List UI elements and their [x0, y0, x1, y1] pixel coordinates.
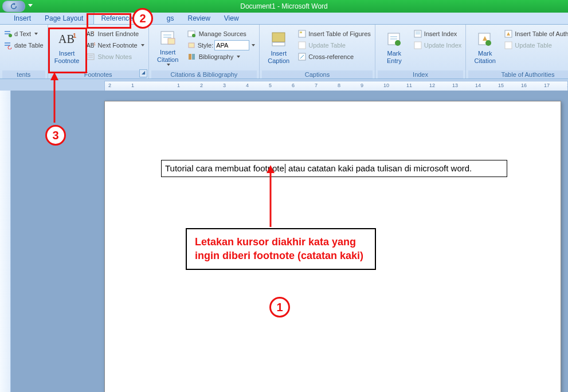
citation-icon — [159, 29, 177, 48]
text-cursor — [285, 164, 285, 173]
update-index-icon — [414, 41, 422, 49]
insert-endnote-button[interactable]: ABiInsert Endnote — [85, 28, 146, 40]
tab-partial[interactable]: gs — [160, 13, 181, 24]
insert-index-icon — [414, 30, 422, 38]
svg-text:1: 1 — [73, 32, 76, 39]
insert-footnote-button[interactable]: AB1 Insert Footnote — [50, 26, 84, 69]
svg-rect-3 — [5, 42, 10, 44]
svg-rect-23 — [272, 33, 285, 42]
style-dropdown-icon[interactable] — [252, 44, 255, 46]
update-toa-icon — [504, 41, 512, 49]
mark-entry-button[interactable]: Mark Entry — [378, 26, 411, 69]
svg-rect-0 — [5, 31, 10, 32]
tab-insert[interactable]: Insert — [7, 13, 38, 24]
svg-point-32 — [395, 40, 401, 46]
mark-citation-button[interactable]: Mark Citation — [468, 26, 502, 69]
bibliography-icon — [187, 53, 197, 61]
annotation-number-3: 3 — [45, 125, 66, 146]
toa-icon — [504, 30, 512, 38]
svg-rect-21 — [189, 54, 191, 60]
annotation-number-2: 2 — [132, 8, 153, 29]
svg-rect-40 — [505, 42, 512, 49]
mark-citation-icon — [476, 30, 494, 49]
cross-reference-button[interactable]: Cross-reference — [296, 51, 373, 62]
insert-citation-button[interactable]: Insert Citation — [151, 26, 185, 69]
update-icon — [4, 41, 12, 49]
workspace: Tutorial cara membuat footnote atau cata… — [0, 91, 568, 392]
insert-tof-button[interactable]: Insert Table of Figures — [296, 28, 373, 40]
next-footnote-button[interactable]: AB1Next Footnote — [85, 40, 146, 51]
title-bar: Document1 - Microsoft Word — [0, 0, 568, 13]
annotation-box-1: Letakan kursor diakhir kata yang ingin d… — [186, 228, 376, 270]
update-index-button: Update Index — [412, 40, 463, 51]
svg-rect-22 — [192, 54, 195, 60]
add-text-button[interactable]: d Text — [2, 28, 45, 40]
document-text[interactable]: Tutorial cara membuat footnote atau cata… — [161, 160, 507, 177]
update-table-button[interactable]: date Table — [2, 40, 45, 51]
group-label-toa: Table of Authorities — [468, 70, 568, 79]
svg-rect-20 — [189, 43, 194, 48]
crossref-icon — [298, 53, 306, 61]
style-selector[interactable]: Style: — [186, 40, 257, 51]
refresh-icon — [10, 3, 17, 10]
svg-rect-36 — [414, 42, 421, 49]
insert-toa-button[interactable]: Insert Table of Authorities — [503, 28, 568, 40]
update-icon — [298, 41, 306, 49]
group-toc: d Text date Table tents — [0, 25, 48, 79]
ruler-area: 21123456789101112131415161718 — [0, 79, 568, 92]
svg-rect-27 — [299, 42, 305, 49]
group-footnotes: AB1 Insert Footnote ABiInsert Endnote AB… — [48, 25, 149, 79]
mark-entry-icon — [385, 30, 404, 49]
insert-caption-button[interactable]: Insert Caption — [262, 26, 295, 69]
show-notes-icon — [87, 53, 96, 61]
horizontal-ruler[interactable]: 21123456789101112131415161718 — [104, 81, 568, 91]
style-icon — [187, 41, 197, 49]
svg-point-38 — [485, 40, 491, 46]
tof-icon — [298, 30, 306, 38]
insert-index-button[interactable]: Insert Index — [412, 28, 463, 40]
svg-text:i: i — [93, 30, 94, 34]
style-input[interactable] — [214, 40, 249, 50]
footnotes-dialog-launcher[interactable]: ◢ — [139, 69, 147, 77]
svg-point-2 — [9, 34, 12, 37]
update-table-captions-button: Update Table — [296, 40, 373, 51]
svg-rect-24 — [272, 42, 285, 46]
update-toa-button: Update Table — [503, 40, 568, 51]
group-label-captions: Captions — [262, 70, 373, 79]
svg-rect-26 — [300, 32, 302, 33]
svg-rect-25 — [299, 30, 305, 37]
group-label-citations: Citations & Bibliography — [151, 70, 257, 79]
ribbon-tabs: Insert Page Layout References gs Review … — [0, 13, 568, 25]
next-footnote-icon: AB1 — [87, 41, 96, 49]
group-label-toc: tents — [2, 70, 45, 79]
insert-footnote-icon: AB1 — [58, 30, 76, 49]
endnote-icon: ABi — [87, 30, 96, 38]
group-captions: Insert Caption Insert Table of Figures U… — [260, 25, 375, 79]
group-toa: Mark Citation Insert Table of Authoritie… — [466, 25, 568, 79]
group-citations: Insert Citation Manage Sources Style: Bi… — [149, 25, 260, 79]
tab-page-layout[interactable]: Page Layout — [38, 13, 90, 24]
qat-dropdown-icon[interactable] — [28, 2, 36, 10]
add-text-icon — [4, 30, 12, 38]
group-label-footnotes: Footnotes — [50, 70, 146, 79]
office-button[interactable] — [2, 1, 25, 12]
ribbon: d Text date Table tents AB1 Insert Footn… — [0, 25, 568, 79]
bibliography-button[interactable]: Bibliography — [186, 51, 257, 62]
tab-view[interactable]: View — [217, 13, 246, 24]
window-title: Document1 - Microsoft Word — [240, 2, 328, 10]
manage-sources-button[interactable]: Manage Sources — [186, 28, 257, 40]
svg-rect-11 — [87, 54, 94, 60]
tab-review[interactable]: Review — [181, 13, 217, 24]
svg-text:AB: AB — [58, 33, 75, 45]
manage-sources-icon — [187, 30, 197, 38]
vertical-ruler[interactable] — [0, 91, 11, 392]
annotation-number-1: 1 — [269, 297, 290, 317]
svg-text:1: 1 — [93, 42, 96, 46]
show-notes-button: Show Notes — [85, 51, 146, 62]
group-index: Mark Entry Insert Index Update Index Ind… — [375, 25, 466, 79]
group-label-index: Index — [378, 70, 463, 79]
caption-icon — [269, 30, 288, 49]
svg-rect-17 — [168, 38, 175, 44]
svg-point-19 — [192, 34, 195, 37]
